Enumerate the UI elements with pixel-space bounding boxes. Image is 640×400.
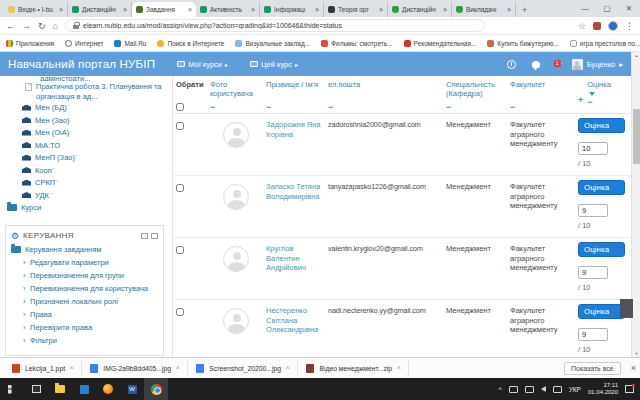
firefox-button[interactable] xyxy=(96,378,120,400)
student-name-link[interactable]: Запаско Тетяна Володимирівна xyxy=(266,182,324,201)
sidebar-item-admin-link[interactable]: Права xyxy=(23,310,158,320)
download-item[interactable]: Screenshot_20200...jpg ^ xyxy=(188,360,298,376)
window-minimize-button[interactable]: — xyxy=(574,0,596,17)
bookmark-item[interactable]: Поиск в Интернете xyxy=(157,40,224,47)
scroll-down-icon[interactable]: ▼ xyxy=(632,350,640,357)
column-header-grade[interactable]: + Оцінка − xyxy=(576,79,631,113)
menu-my-courses[interactable]: Мої курси ▸ xyxy=(177,60,228,69)
network-icon[interactable] xyxy=(525,386,534,393)
bookmark-item[interactable]: Визуальные заклад... xyxy=(235,40,310,47)
omnibox[interactable]: elearn.nubip.edu.ua/mod/assign/view.php?… xyxy=(65,19,485,32)
scrollbar-thumb[interactable] xyxy=(633,109,640,164)
bookmark-item[interactable]: игра престолов по... xyxy=(570,40,640,47)
bookmark-item[interactable]: Приложения xyxy=(6,40,54,47)
select-all-checkbox[interactable] xyxy=(176,103,184,111)
sidebar-item-course[interactable]: Мен (ОіА) xyxy=(22,128,172,137)
new-tab-button[interactable]: + xyxy=(522,5,527,15)
column-header-faculty[interactable]: Факультет − xyxy=(508,79,576,113)
collapse-column-icon[interactable]: − xyxy=(510,104,515,111)
browser-tab[interactable]: Теорія орг × xyxy=(324,2,388,17)
browser-menu-icon[interactable]: ⋮ xyxy=(625,21,634,31)
chevron-up-icon[interactable]: ^ xyxy=(70,365,73,372)
hidden-icons-button[interactable]: ^ xyxy=(498,386,501,393)
action-center-icon[interactable] xyxy=(625,385,634,393)
student-name-link[interactable]: Задорожня Яна Ігорівна xyxy=(266,120,324,139)
sidebar-item-course[interactable]: Мен (Зао) xyxy=(22,116,172,125)
store-button[interactable] xyxy=(72,378,96,400)
clipped-tree-item[interactable]: адміністрати... xyxy=(40,76,172,81)
block-dock-icon[interactable] xyxy=(151,233,158,239)
language-indicator[interactable]: УКР xyxy=(569,386,581,393)
sidebar-item-course[interactable]: СРКП` xyxy=(22,178,172,187)
tab-close-icon[interactable]: × xyxy=(251,6,255,13)
column-header-specialty[interactable]: Спеціальність (Кафедра) − xyxy=(444,79,508,113)
student-avatar[interactable] xyxy=(223,246,249,272)
volume-icon[interactable] xyxy=(541,386,546,392)
sidebar-item-course[interactable]: МенП (Зао)` xyxy=(22,153,172,162)
bookmark-item[interactable]: Рекомендательная... xyxy=(404,40,477,47)
grade-button[interactable]: Оцінка xyxy=(578,118,625,133)
sidebar-item-admin-link[interactable]: Перевірити права xyxy=(23,323,158,333)
home-icon[interactable]: ⌂ xyxy=(53,21,58,31)
student-avatar[interactable] xyxy=(223,184,249,210)
browser-tab[interactable]: Дистанційн × xyxy=(388,2,452,17)
chrome-button[interactable] xyxy=(144,378,168,400)
chevron-up-icon[interactable]: ^ xyxy=(286,365,289,372)
collapse-column-icon[interactable]: − xyxy=(587,99,617,106)
bookmark-item[interactable]: Купить бижутерию... xyxy=(487,40,558,47)
menu-this-course[interactable]: Цей курс ▸ xyxy=(250,60,298,69)
sidebar-item-admin-link[interactable]: Перевизначення для користувача xyxy=(23,284,158,294)
student-avatar[interactable] xyxy=(223,122,249,148)
expand-column-icon[interactable]: + xyxy=(578,96,583,105)
sidebar-item-admin-link[interactable]: Призначені локальні ролі xyxy=(23,297,158,307)
word-button[interactable]: W xyxy=(120,378,144,400)
bell-icon[interactable] xyxy=(532,61,540,68)
browser-tab[interactable]: Завдання × xyxy=(132,2,196,17)
task-view-button[interactable] xyxy=(24,378,48,400)
bookmark-item[interactable]: Фильмы: смотреть... xyxy=(321,40,392,47)
grade-input[interactable] xyxy=(578,204,608,217)
taskbar-clock[interactable]: 17:11 01.04.2020 xyxy=(588,382,618,396)
column-header-photo[interactable]: Фото користувача − xyxy=(208,79,264,113)
sidebar-item-course[interactable]: Кооп` xyxy=(22,166,172,175)
chevron-up-icon[interactable]: ^ xyxy=(176,365,179,372)
clock-icon[interactable] xyxy=(507,60,516,69)
start-button[interactable] xyxy=(0,378,24,400)
bookmark-star-icon[interactable]: ☆ xyxy=(578,21,586,31)
select-student-checkbox[interactable] xyxy=(176,246,184,254)
scroll-up-icon[interactable]: ▲ xyxy=(632,52,640,59)
download-item[interactable]: Lekcija_1.ppt ^ xyxy=(4,360,82,376)
tab-close-icon[interactable]: × xyxy=(59,6,63,13)
student-avatar[interactable] xyxy=(223,308,249,334)
chevron-up-icon[interactable]: ^ xyxy=(397,365,400,372)
student-name-link[interactable]: Круглов Валентин Андрійович xyxy=(266,244,324,273)
student-name-link[interactable]: Нестеренко Світлана Олександрівна xyxy=(266,306,324,335)
tab-close-icon[interactable]: × xyxy=(315,6,319,13)
touch-keyboard-icon[interactable] xyxy=(553,386,562,393)
downloads-close-icon[interactable]: × xyxy=(631,363,636,373)
select-student-checkbox[interactable] xyxy=(176,122,184,130)
sidebar-item-admin-link[interactable]: Перевизначення для групи xyxy=(23,271,158,281)
bookmark-item[interactable]: Mail.Ru xyxy=(114,40,146,47)
sidebar-item-admin-link[interactable]: Фільтри xyxy=(23,336,158,346)
browser-tab[interactable]: Активність × xyxy=(196,2,260,17)
collapse-column-icon[interactable]: − xyxy=(446,104,451,111)
back-icon[interactable]: ← xyxy=(6,21,15,31)
extension-icon[interactable] xyxy=(593,22,601,30)
grade-input[interactable] xyxy=(578,328,608,341)
download-item[interactable]: Відео менеджмент...zip ^ xyxy=(298,360,409,376)
collapse-column-icon[interactable]: − xyxy=(210,104,215,111)
grade-button[interactable]: Оцінка xyxy=(578,304,625,319)
grade-button[interactable]: Оцінка xyxy=(578,242,625,257)
tab-close-icon[interactable]: × xyxy=(443,6,447,13)
sidebar-item-courses-root[interactable]: Курси xyxy=(7,203,172,212)
browser-tab[interactable]: Інформаці × xyxy=(260,2,324,17)
tab-close-icon[interactable]: × xyxy=(188,6,192,13)
sidebar-item-course[interactable]: МіА:ТО xyxy=(22,141,172,150)
sidebar-item-course[interactable]: Мен (БД)` xyxy=(22,103,172,112)
download-item[interactable]: IMG-2a9b8dd405...jpg ^ xyxy=(82,360,188,376)
select-student-checkbox[interactable] xyxy=(176,308,184,316)
browser-profile-icon[interactable] xyxy=(608,21,618,31)
sidebar-item-admin-link[interactable]: Редагувати параметри xyxy=(23,258,158,268)
browser-tab[interactable]: Дистанційн × xyxy=(68,2,132,17)
